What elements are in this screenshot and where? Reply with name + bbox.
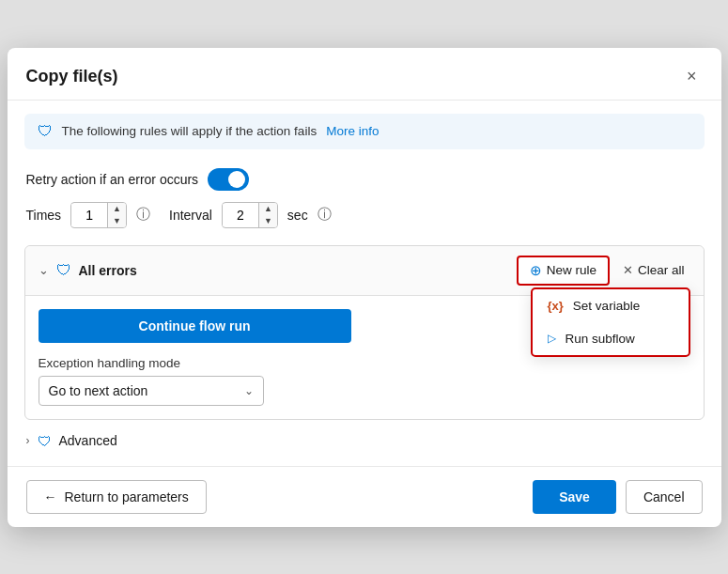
- retry-row: Retry action if an error occurs: [8, 157, 721, 198]
- sec-label: sec: [287, 208, 308, 223]
- times-input[interactable]: [71, 204, 107, 226]
- dialog-header: Copy file(s) ×: [8, 48, 721, 101]
- interval-input[interactable]: [223, 204, 258, 226]
- section-chevron-icon[interactable]: ⌄: [39, 263, 49, 277]
- x-icon: ✕: [623, 263, 633, 277]
- new-rule-label: New rule: [547, 263, 596, 277]
- set-variable-item[interactable]: {x} Set variable: [533, 289, 689, 322]
- interval-spinner[interactable]: ▲ ▼: [222, 202, 278, 228]
- info-bar-text: The following rules will apply if the ac…: [62, 124, 318, 138]
- more-info-link[interactable]: More info: [326, 124, 379, 138]
- section-actions: ⊕ New rule ✕ Clear all {x} Set variable …: [517, 256, 690, 286]
- times-info-icon[interactable]: ⓘ: [136, 206, 150, 224]
- times-spinner-btns: ▲ ▼: [107, 203, 126, 227]
- cancel-button[interactable]: Cancel: [626, 480, 703, 514]
- run-subflow-label: Run subflow: [565, 332, 635, 346]
- clear-all-label: Clear all: [638, 263, 685, 277]
- times-label: Times: [26, 208, 62, 223]
- interval-spinner-btns: ▲ ▼: [258, 203, 277, 227]
- close-button[interactable]: ×: [681, 65, 703, 88]
- shield-section-icon: 🛡: [56, 262, 71, 279]
- interval-down-button[interactable]: ▼: [259, 215, 277, 227]
- errors-section-title: All errors: [79, 263, 137, 278]
- save-button[interactable]: Save: [533, 480, 616, 514]
- interval-up-button[interactable]: ▲: [259, 203, 277, 215]
- dialog-title: Copy file(s): [26, 67, 118, 86]
- retry-toggle[interactable]: [208, 168, 249, 191]
- exception-mode-select[interactable]: Go to next action ⌄: [39, 376, 264, 406]
- clear-all-button[interactable]: ✕ Clear all: [617, 258, 690, 282]
- chevron-down-icon: ⌄: [244, 384, 254, 397]
- set-variable-label: Set variable: [573, 299, 640, 313]
- dialog-footer: ← Return to parameters Save Cancel: [8, 466, 721, 527]
- return-to-parameters-button[interactable]: ← Return to parameters: [26, 480, 207, 514]
- new-rule-dropdown: {x} Set variable ▷ Run subflow: [531, 287, 690, 357]
- play-icon: ▷: [548, 332, 556, 345]
- exception-mode-value: Go to next action: [49, 383, 148, 398]
- continue-flow-button[interactable]: Continue flow run: [39, 309, 351, 343]
- return-label: Return to parameters: [65, 489, 189, 504]
- section-header-left: ⌄ 🛡 All errors: [39, 262, 137, 279]
- variable-icon: {x}: [548, 299, 564, 313]
- advanced-row[interactable]: › 🛡 Advanced: [8, 420, 721, 458]
- exception-label: Exception handling mode: [39, 356, 690, 370]
- advanced-label: Advanced: [59, 433, 117, 448]
- times-up-button[interactable]: ▲: [108, 203, 126, 215]
- advanced-shield-icon: 🛡: [38, 433, 52, 449]
- info-bar: 🛡 The following rules will apply if the …: [24, 114, 705, 149]
- run-subflow-item[interactable]: ▷ Run subflow: [533, 322, 689, 355]
- times-spinner[interactable]: ▲ ▼: [70, 202, 127, 228]
- footer-right: Save Cancel: [533, 480, 702, 514]
- errors-section-header: ⌄ 🛡 All errors ⊕ New rule ✕ Clear all {x…: [25, 246, 704, 295]
- times-row: Times ▲ ▼ ⓘ Interval ▲ ▼ sec ⓘ: [8, 198, 721, 240]
- dialog: Copy file(s) × 🛡 The following rules wil…: [8, 48, 721, 527]
- times-down-button[interactable]: ▼: [108, 215, 126, 227]
- arrow-left-icon: ←: [44, 489, 57, 504]
- interval-info-icon[interactable]: ⓘ: [318, 206, 332, 224]
- errors-section: ⌄ 🛡 All errors ⊕ New rule ✕ Clear all {x…: [24, 245, 705, 420]
- new-rule-button[interactable]: ⊕ New rule: [517, 256, 610, 286]
- advanced-chevron-icon: ›: [26, 434, 30, 447]
- shield-icon: 🛡: [38, 123, 53, 140]
- plus-icon: ⊕: [530, 262, 542, 279]
- interval-label: Interval: [169, 208, 212, 223]
- retry-label: Retry action if an error occurs: [26, 172, 199, 187]
- toggle-knob: [228, 171, 245, 188]
